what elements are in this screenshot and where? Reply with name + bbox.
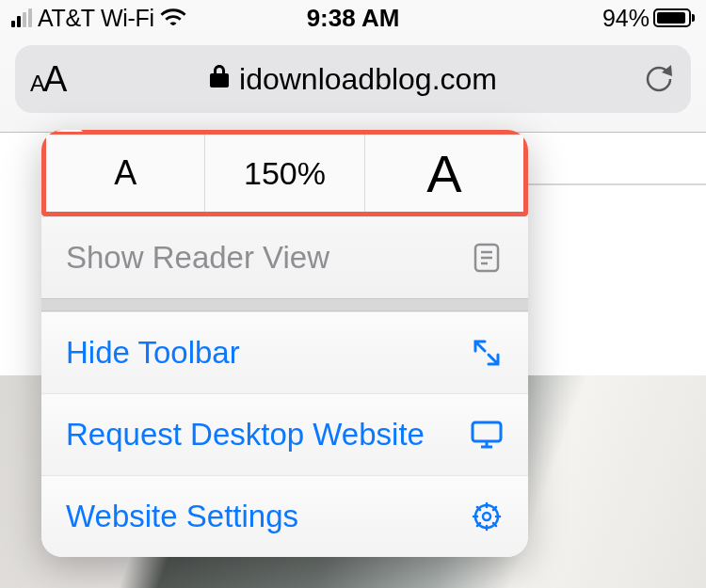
url-display[interactable]: idownloadblog.com [209,62,497,97]
browser-chrome: AT&T Wi-Fi 9:38 AM 94% AA idownloadblog.… [0,0,706,133]
request-desktop-button[interactable]: Request Desktop Website [41,393,528,475]
show-reader-view-button: Show Reader View [41,216,528,298]
website-settings-button[interactable]: Website Settings [41,475,528,557]
hide-toolbar-button[interactable]: Hide Toolbar [41,311,528,393]
hide-toolbar-label: Hide Toolbar [66,335,240,371]
reader-view-label: Show Reader View [66,240,329,276]
request-desktop-label: Request Desktop Website [66,417,425,453]
status-bar: AT&T Wi-Fi 9:38 AM 94% [0,0,706,36]
popover-arrow [56,130,83,132]
gear-icon [470,500,504,533]
cellular-signal-icon [11,8,32,27]
status-left: AT&T Wi-Fi [11,4,186,33]
desktop-icon [470,418,504,452]
reader-view-icon [470,241,504,275]
clock: 9:38 AM [307,4,400,33]
battery-icon [653,8,695,27]
svg-point-8 [483,513,490,520]
url-text: idownloadblog.com [239,62,497,97]
svg-rect-4 [473,422,501,441]
menu-separator [41,298,528,311]
address-bar[interactable]: AA idownloadblog.com [15,45,691,113]
battery-percent: 94% [602,5,650,32]
website-settings-label: Website Settings [66,499,298,534]
decrease-text-size-button[interactable]: A [46,135,205,212]
increase-text-size-button[interactable]: A [365,135,523,212]
carrier-label: AT&T Wi-Fi [38,5,154,32]
page-divider [518,183,706,185]
text-size-controls: A 150% A [41,130,528,216]
text-size-percent[interactable]: 150% [205,135,364,212]
status-right: 94% [602,5,695,32]
text-size-popover: A 150% A Show Reader View Hide Toolbar R… [41,130,528,557]
reload-button[interactable] [644,59,676,99]
text-size-icon[interactable]: AA [30,59,67,100]
lock-icon [209,62,230,97]
expand-arrows-icon [470,336,504,370]
wifi-icon [160,4,186,33]
